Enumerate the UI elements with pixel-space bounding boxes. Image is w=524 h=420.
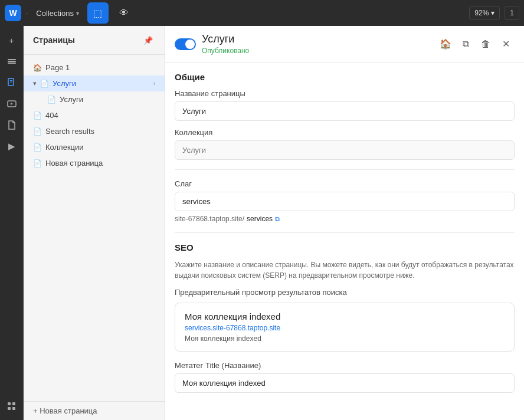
file-icon: 📄 [33,127,42,136]
collection-input[interactable] [175,140,515,160]
svg-rect-8 [8,402,11,405]
page-label: Услуги [60,95,155,104]
page-item-uslugi[interactable]: ▾ 📄 Услуги › [24,76,165,91]
pages-header: Страницы 📌 [24,26,165,55]
slug-label: Слаг [175,179,515,188]
page-label: Коллекции [45,143,155,152]
slug-path: services [247,215,273,223]
file-icon: 📄 [40,80,49,88]
page-label: 404 [45,111,155,120]
file-icon: 📄 [47,96,56,104]
page-item-search-results[interactable]: 📄 Search results [24,123,165,139]
home-icon: 🏠 [33,64,42,72]
page-name-input[interactable] [175,101,515,121]
panel-title-wrap: Услуги Опубликовано [202,33,431,55]
collection-label: Коллекция [175,128,515,137]
svg-rect-9 [12,402,15,405]
collections-label: Collections [36,9,74,18]
close-action-button[interactable]: ✕ [497,35,515,53]
page-item-404[interactable]: 📄 404 [24,107,165,123]
general-section-title: Общие [175,72,515,82]
svg-rect-0 [8,59,16,60]
slug-base: site-67868.taptop.site/ [175,215,244,223]
add-page-button[interactable]: + Новая страница [24,401,165,420]
slug-input[interactable] [175,192,515,211]
video-button[interactable]: ▶ [2,137,21,156]
page-name-label: Название страницы [175,89,515,98]
collections-chevron: ▾ [76,10,79,17]
pages-list: 🏠 Page 1 ▾ 📄 Услуги › 📄 Услуги 📄 404 [24,55,165,401]
main-layout: + ▶ [0,26,524,420]
external-link-icon[interactable]: ⧉ [275,215,280,223]
grid-button[interactable] [2,396,21,415]
page-label: Page 1 [45,63,155,72]
publish-toggle[interactable] [175,38,196,50]
seo-preview-url: services.site-67868.taptop.site [185,324,505,332]
panel-content: Общие Название страницы Коллекция Слаг s… [165,63,524,420]
collections-menu[interactable]: Collections ▾ [32,6,83,20]
metatag-title-input[interactable] [175,373,515,393]
icon-bar: + ▶ [0,26,24,420]
seo-preview-desc: Моя коллекция indexed [185,334,505,343]
seo-section-title: SEO [175,242,515,252]
pages-sidebar: Страницы 📌 🏠 Page 1 ▾ 📄 Услуги › 📄 Услуг… [24,26,165,420]
tab-number: 1 [505,6,519,20]
pages-button[interactable] [2,73,21,92]
file-icon: 📄 [33,111,42,120]
layers-button[interactable] [2,52,21,71]
frame-tool-button[interactable]: ⬚ [87,2,109,24]
pages-title: Страницы [33,35,75,45]
divider-2 [175,232,515,233]
seo-preview-box: Моя коллекция indexed services.site-6786… [175,303,515,352]
slug-preview: site-67868.taptop.site/services ⧉ [175,215,515,223]
app-logo: W [5,5,21,21]
home-action-button[interactable]: 🏠 [437,35,454,53]
svg-rect-10 [8,407,11,410]
zoom-chevron: ▾ [491,9,494,17]
svg-marker-7 [11,103,13,105]
metatag-title-label: Метатег Title (Название) [175,361,515,370]
page-item-kollekcii[interactable]: 📄 Коллекции [24,139,165,155]
add-page-label: + Новая страница [33,406,97,415]
expand-toggle: ▾ [33,80,37,87]
svg-rect-1 [8,61,16,62]
page-label: Новая страница [45,159,155,168]
svg-rect-11 [12,407,15,410]
page-label: Услуги [53,79,150,88]
page-item-new-page[interactable]: 📄 Новая страница [24,155,165,171]
published-badge: Опубликовано [202,47,431,55]
svg-rect-2 [8,63,16,64]
media-button[interactable] [2,94,21,113]
page-label: Search results [45,127,155,136]
panel-title: Услуги [202,33,431,45]
panel-actions: 🏠 ⧉ 🗑 ✕ [437,35,515,53]
file-icon: 📄 [33,159,42,168]
delete-action-button[interactable]: 🗑 [477,35,494,53]
file-button[interactable] [2,116,21,134]
page-item-page1[interactable]: 🏠 Page 1 [24,60,165,76]
topbar: W · Collections ▾ ⬚ 👁 92% ▾ 1 [0,0,524,26]
seo-preview-label: Предварительный просмотр результатов пои… [175,288,515,297]
right-panel: Услуги Опубликовано 🏠 ⧉ 🗑 ✕ Общие Назван… [165,26,524,420]
divider-1 [175,169,515,170]
copy-action-button[interactable]: ⧉ [457,35,474,53]
pin-button[interactable]: 📌 [141,33,155,47]
page-item-uslugi-child[interactable]: 📄 Услуги [24,91,165,107]
svg-rect-4 [10,80,12,81]
panel-header: Услуги Опубликовано 🏠 ⧉ 🗑 ✕ [165,26,524,63]
seo-preview-title: Моя коллекция indexed [185,311,505,321]
file-icon: 📄 [33,143,42,152]
preview-button[interactable]: 👁 [113,2,135,24]
add-element-button[interactable]: + [2,31,21,50]
zoom-control[interactable]: 92% ▾ [469,6,500,20]
page-chevron: › [153,80,155,87]
svg-rect-5 [10,82,12,83]
seo-description: Укажите название и описание страницы. Вы… [175,260,515,281]
zoom-value: 92% [474,9,489,17]
separator: · [26,9,28,17]
